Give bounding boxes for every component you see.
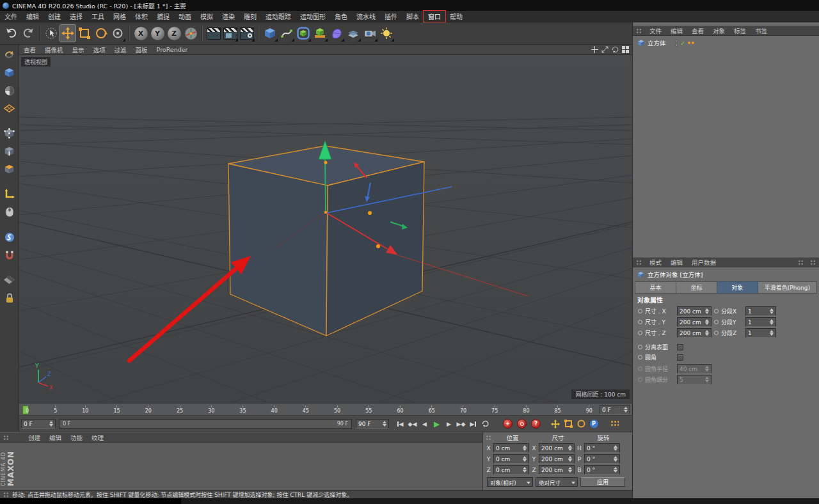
keyframe-dot-icon[interactable] (638, 345, 642, 349)
coordinate-system-button[interactable] (182, 24, 199, 42)
object-manager-menu-item[interactable]: 编辑 (666, 26, 687, 35)
menubar-item[interactable]: 脚本 (402, 11, 424, 22)
attribute-menu-item[interactable]: 模式 (645, 258, 666, 267)
transform-mode-dropdown[interactable]: 对象(相对) (487, 477, 533, 487)
menubar-item[interactable]: 动画 (174, 11, 196, 22)
key-position-toggle[interactable] (550, 418, 561, 429)
workplane-mode-button[interactable] (2, 101, 17, 116)
fillet-checkbox[interactable] (677, 354, 683, 361)
goto-end-button[interactable]: ▶ (467, 418, 479, 429)
panel-grip-icon[interactable] (3, 435, 9, 441)
rotation-b-field[interactable]: 0 ° (584, 465, 620, 475)
material-menu-item[interactable]: 纹理 (87, 433, 108, 442)
attribute-tab[interactable]: 基本 (635, 281, 676, 294)
attr-size-x-field[interactable]: 200 cm (677, 306, 712, 316)
panel-grip-icon[interactable] (636, 260, 642, 265)
menubar-item[interactable]: 运动图形 (296, 11, 330, 22)
edit-render-settings-button[interactable] (239, 24, 255, 42)
menubar-item[interactable]: 运动跟踪 (261, 11, 296, 22)
menubar-item[interactable]: 选择 (65, 11, 87, 22)
last-used-tool-button[interactable] (109, 24, 126, 42)
edges-mode-button[interactable] (2, 144, 17, 159)
goto-start-button[interactable]: ◀ (394, 418, 406, 429)
toggle-quad-view-icon[interactable] (621, 45, 630, 54)
viewport-menu-item[interactable]: 摄像机 (40, 45, 68, 54)
attribute-menu-item[interactable]: 用户数据 (687, 258, 720, 267)
render-to-picture-viewer-button[interactable] (222, 24, 239, 42)
lock-x-axis-button[interactable]: X (132, 24, 149, 42)
attribute-tab[interactable]: 平滑着色(Phong) (758, 281, 817, 294)
model-mode-button[interactable] (2, 65, 17, 80)
material-menu-item[interactable]: 创建 (24, 433, 45, 442)
viewport-solo-button[interactable] (2, 205, 17, 219)
keyframe-dot-icon[interactable] (638, 320, 642, 324)
scale-tool-button[interactable] (76, 24, 93, 42)
menubar-item[interactable]: 创建 (44, 11, 65, 22)
viewport-menu-item[interactable]: 选项 (89, 45, 110, 54)
attribute-tab[interactable]: 坐标 (676, 281, 717, 294)
attr-size-y-field[interactable]: 200 cm (677, 317, 712, 327)
key-pla-toggle[interactable] (608, 418, 620, 429)
material-menu-item[interactable]: 功能 (66, 433, 87, 442)
viewport-menu-item[interactable]: 过滤 (110, 45, 131, 54)
zoom-view-icon[interactable] (601, 45, 609, 54)
panel-grip-icon[interactable] (486, 435, 491, 441)
menubar-item[interactable]: 网格 (109, 11, 131, 22)
apply-button[interactable]: 应用 (580, 477, 625, 487)
camera-button[interactable] (362, 24, 378, 42)
next-frame-button[interactable]: ▶ (443, 418, 455, 429)
attr-segments-y-field[interactable]: 1 (745, 317, 776, 327)
size-z-field[interactable]: 200 cm (539, 465, 575, 475)
rotate-view-icon[interactable] (611, 45, 619, 54)
object-manager-menu-item[interactable]: 查看 (687, 26, 708, 35)
menubar-item[interactable]: 流水线 (352, 11, 380, 22)
separate-surfaces-checkbox[interactable] (677, 344, 683, 350)
texture-mode-button[interactable] (2, 83, 17, 98)
object-manager-menu-item[interactable]: 标签 (729, 26, 751, 35)
object-manager-menu-item[interactable]: 书签 (751, 26, 772, 35)
menubar-item[interactable]: 角色 (330, 11, 352, 22)
subdivision-surface-button[interactable] (295, 24, 312, 42)
rotation-p-field[interactable]: 0 ° (584, 454, 620, 464)
timeline-ruler[interactable]: 051015202530354045505560657075808590 0 F (19, 403, 632, 416)
light-button[interactable] (378, 24, 395, 42)
add-cube-primitive-button[interactable] (262, 24, 278, 42)
position-x-field[interactable]: 0 cm (493, 443, 529, 453)
spinner-icon[interactable] (624, 407, 628, 413)
menubar-item[interactable]: 插件 (380, 11, 402, 22)
rotation-h-field[interactable]: 0 ° (584, 443, 620, 453)
viewport-menu-item[interactable]: 面板 (131, 45, 152, 54)
snap-button[interactable] (2, 230, 17, 244)
generators-button[interactable] (312, 24, 328, 42)
keyframe-dot-icon[interactable] (714, 331, 719, 335)
menubar-item[interactable]: 体积 (131, 11, 152, 22)
object-manager-menu-item[interactable]: 文件 (645, 26, 666, 35)
polygons-mode-button[interactable] (2, 162, 17, 177)
menubar-item[interactable]: 捕捉 (152, 11, 174, 22)
menubar-item[interactable]: 模拟 (196, 11, 218, 22)
end-frame-field[interactable]: 90 F (356, 419, 389, 429)
prev-key-button[interactable]: ◆◀ (406, 418, 418, 429)
lock-y-axis-button[interactable]: Y (149, 24, 166, 42)
keyframe-dot-icon[interactable] (638, 309, 642, 313)
enable-axis-button[interactable] (2, 187, 17, 201)
menubar-item[interactable]: 帮助 (445, 11, 467, 22)
loop-button[interactable] (479, 418, 491, 429)
points-mode-button[interactable] (2, 126, 17, 141)
size-y-field[interactable]: 200 cm (539, 454, 575, 464)
menubar-item[interactable]: 雕刻 (239, 11, 261, 22)
floor-environment-button[interactable] (345, 24, 362, 42)
record-active-objects-button[interactable]: + (503, 419, 513, 429)
key-parameter-toggle[interactable]: P (588, 418, 600, 429)
menubar-item[interactable]: 渲染 (218, 11, 239, 22)
visibility-dots-icon[interactable] (675, 40, 678, 47)
object-manager-menu-item[interactable]: 对象 (708, 26, 729, 35)
key-rotation-toggle[interactable] (575, 418, 587, 429)
size-mode-dropdown[interactable]: 绝对尺寸 (536, 477, 578, 487)
size-x-field[interactable]: 200 cm (539, 443, 575, 453)
menubar-item[interactable]: 文件 (0, 11, 22, 22)
keyframe-dot-icon[interactable] (714, 309, 719, 313)
attribute-menu-item[interactable]: 编辑 (666, 258, 687, 267)
ruler-frame-field[interactable]: 0 F (600, 405, 630, 414)
attr-size-z-field[interactable]: 200 cm (677, 328, 712, 338)
